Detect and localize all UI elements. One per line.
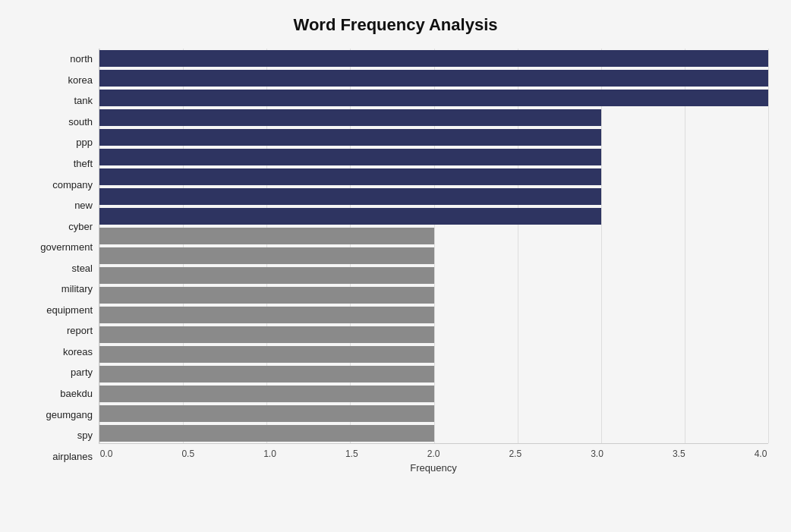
bar-row bbox=[99, 68, 768, 88]
bar bbox=[99, 90, 768, 106]
bar-row bbox=[99, 127, 768, 147]
bar bbox=[99, 267, 434, 284]
bar bbox=[99, 168, 601, 185]
y-label: theft bbox=[74, 154, 93, 174]
bar-row bbox=[99, 285, 768, 305]
bar bbox=[99, 307, 434, 323]
bar bbox=[99, 386, 434, 402]
chart-area: northkoreatanksouthppptheftcompanynewcyb… bbox=[23, 49, 768, 467]
bar-row bbox=[99, 147, 768, 167]
bar bbox=[99, 247, 434, 264]
y-label: new bbox=[74, 196, 93, 216]
x-axis-title: Frequency bbox=[99, 462, 768, 474]
bar-row bbox=[99, 49, 768, 68]
y-label: tank bbox=[74, 91, 93, 111]
bar-row bbox=[99, 423, 768, 443]
y-labels: northkoreatanksouthppptheftcompanynewcyb… bbox=[23, 49, 99, 467]
bar-row bbox=[99, 384, 768, 404]
y-label: equipment bbox=[46, 300, 93, 320]
bar bbox=[99, 188, 601, 205]
bar-row bbox=[99, 325, 768, 345]
bar bbox=[99, 129, 601, 146]
bar bbox=[99, 425, 434, 442]
x-tick-label: 0.0 bbox=[99, 449, 114, 459]
x-tick-label: 3.5 bbox=[671, 449, 686, 459]
bar-row bbox=[99, 88, 768, 108]
x-tick-label: 2.5 bbox=[508, 449, 523, 459]
x-tick-label: 1.5 bbox=[344, 449, 359, 459]
y-label: koreas bbox=[63, 342, 93, 361]
y-label: steal bbox=[72, 258, 93, 278]
y-label: report bbox=[67, 321, 93, 341]
y-label: geumgang bbox=[46, 405, 93, 424]
bar-row bbox=[99, 167, 768, 187]
y-label: cyber bbox=[68, 216, 93, 236]
bar bbox=[99, 326, 434, 343]
bar-row bbox=[99, 108, 768, 127]
chart-container: Word Frequency Analysis northkoreatankso… bbox=[0, 0, 791, 532]
y-label: military bbox=[61, 279, 93, 299]
y-label: spy bbox=[77, 426, 93, 445]
bars-and-xaxis: 0.00.51.01.52.02.53.03.54.0 Frequency bbox=[99, 49, 768, 467]
x-tick-label: 1.0 bbox=[263, 449, 278, 459]
grid-line bbox=[768, 49, 769, 443]
y-label: south bbox=[68, 112, 93, 131]
bar-row bbox=[99, 345, 768, 364]
y-label: ppp bbox=[76, 133, 93, 153]
y-label: baekdu bbox=[60, 384, 93, 404]
bar-row bbox=[99, 364, 768, 384]
bar-row bbox=[99, 187, 768, 206]
y-label: korea bbox=[68, 70, 93, 90]
bar bbox=[99, 405, 434, 422]
x-tick-label: 0.5 bbox=[181, 449, 196, 459]
bar bbox=[99, 50, 768, 67]
bar bbox=[99, 346, 434, 363]
bar-row bbox=[99, 226, 768, 246]
bars-area bbox=[99, 49, 768, 444]
bar-row bbox=[99, 266, 768, 285]
bar bbox=[99, 70, 768, 87]
y-label: party bbox=[71, 363, 93, 382]
y-label: company bbox=[52, 175, 93, 194]
x-tick-label: 2.0 bbox=[426, 449, 441, 459]
bar bbox=[99, 366, 434, 382]
bar-row bbox=[99, 305, 768, 325]
bar bbox=[99, 287, 434, 304]
bar bbox=[99, 208, 601, 225]
x-tick-label: 3.0 bbox=[590, 449, 605, 459]
y-label: north bbox=[70, 49, 93, 69]
bar bbox=[99, 149, 601, 165]
x-tick-label: 4.0 bbox=[753, 449, 768, 459]
bar-row bbox=[99, 404, 768, 423]
bar bbox=[99, 109, 601, 126]
y-label: government bbox=[40, 238, 93, 257]
chart-title: Word Frequency Analysis bbox=[23, 15, 768, 35]
bar bbox=[99, 228, 434, 244]
y-label: airplanes bbox=[52, 446, 93, 466]
bar-row bbox=[99, 246, 768, 266]
bar-row bbox=[99, 206, 768, 226]
x-axis-labels: 0.00.51.01.52.02.53.03.54.0 bbox=[99, 444, 768, 459]
